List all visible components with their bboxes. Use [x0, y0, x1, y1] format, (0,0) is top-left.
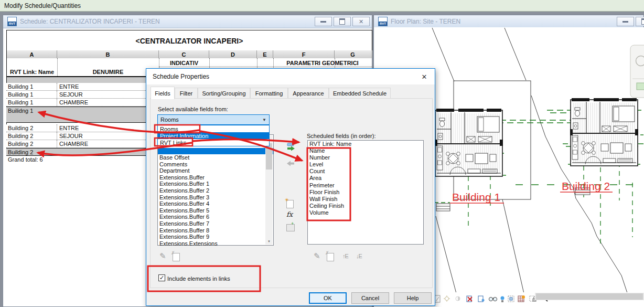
ok-button[interactable]: OK: [309, 292, 347, 304]
edit-scheduled-icon[interactable]: ✎: [314, 251, 320, 261]
scroll-down-icon[interactable]: ▼: [265, 238, 273, 245]
table-row[interactable]: Building 2SEJOUR: [6, 132, 146, 140]
minimize-button[interactable]: [617, 17, 634, 26]
shadows-icon[interactable]: [456, 297, 460, 301]
list-item[interactable]: Extensions.Buffer: [158, 174, 273, 181]
list-item[interactable]: Count: [308, 168, 423, 175]
navigation-bar[interactable]: [630, 45, 644, 98]
column-letter-f[interactable]: F: [273, 50, 335, 58]
column-letter-e[interactable]: E: [257, 50, 273, 58]
group-footer-building2[interactable]: Building 2: [6, 148, 146, 156]
table-row[interactable]: Building 2ENTRE: [6, 124, 146, 132]
delete-parameter-icon[interactable]: ✗: [173, 253, 180, 261]
floorplan-window-titlebar: RVT Floor Plan: Site - TEREN: [374, 15, 643, 28]
restore-button[interactable]: [334, 17, 351, 26]
building2-plan[interactable]: [570, 98, 638, 166]
help-button[interactable]: Help: [394, 292, 432, 304]
scheduled-fields-label: Scheduled fields (in order):: [307, 133, 375, 139]
list-item[interactable]: Volume: [308, 209, 423, 216]
column-letter-a[interactable]: A: [7, 50, 57, 58]
list-item[interactable]: Perimeter: [308, 182, 423, 189]
scroll-thumb[interactable]: [266, 143, 272, 170]
list-item[interactable]: Floor Finish: [308, 189, 423, 196]
tab-embedded-schedule[interactable]: Embedded Schedule: [329, 88, 391, 99]
group-footer-building1[interactable]: Builidng 1: [6, 107, 146, 123]
remove-parameter-button[interactable]: [286, 160, 295, 169]
list-item[interactable]: Wall Finish: [308, 196, 423, 203]
header-denumire: DENUMIRE: [57, 69, 159, 75]
option-rvt-links[interactable]: RVT Links: [158, 139, 269, 146]
column-letter-d[interactable]: D: [209, 50, 257, 58]
list-item[interactable]: Name: [308, 147, 423, 154]
sun-path-icon[interactable]: [444, 295, 450, 302]
tab-appearance[interactable]: Appearance: [288, 88, 329, 99]
close-icon[interactable]: ✕: [420, 72, 428, 81]
list-item[interactable]: Extensions.Buffer 6: [158, 214, 273, 220]
available-fields-from-combobox[interactable]: Rooms ▼: [157, 114, 270, 125]
crop-visibility-icon[interactable]: [478, 296, 485, 302]
scheduled-fields-list[interactable]: RVT Link: Name Name Number Level Count A…: [307, 140, 424, 245]
tab-sorting-grouping[interactable]: Sorting/Grouping: [198, 88, 250, 99]
column-letter-g[interactable]: G: [335, 50, 371, 58]
temporary-hide-icon[interactable]: [501, 297, 505, 303]
column-letter-c[interactable]: C: [159, 50, 209, 58]
list-item[interactable]: Extensions.Buffer 1: [158, 181, 273, 187]
list-item[interactable]: RVT Link: Name: [308, 141, 423, 147]
list-item[interactable]: Department: [158, 167, 273, 174]
new-parameter-button[interactable]: ✳: [286, 200, 294, 208]
include-links-checkbox[interactable]: ✓: [158, 274, 165, 281]
reveal-hidden-icon[interactable]: [489, 297, 497, 301]
list-item[interactable]: Comments: [158, 161, 273, 168]
restore-icon: [339, 18, 345, 25]
table-row[interactable]: Builidng 1CHAMBRE: [6, 99, 146, 107]
restore-button[interactable]: [636, 17, 644, 26]
isolate-icon[interactable]: [508, 296, 514, 302]
available-fields-list[interactable]: Base Offset Comments Department Extensio…: [157, 134, 274, 246]
list-item[interactable]: Area: [308, 175, 423, 182]
list-item[interactable]: Extensions.Buffer 3: [158, 194, 273, 201]
table-row[interactable]: Builidng 1ENTRE: [6, 83, 146, 91]
grand-total-row[interactable]: Grand total: 6: [6, 156, 146, 164]
list-item[interactable]: Extensions.Buffer 2: [158, 187, 273, 194]
cancel-button[interactable]: Cancel: [351, 292, 389, 304]
tab-filter[interactable]: Filter: [175, 88, 198, 99]
available-field-selected-hidden[interactable]: [158, 148, 273, 154]
calculated-value-button[interactable]: fx: [286, 210, 293, 218]
column-letter-b[interactable]: B: [57, 50, 159, 58]
list-item[interactable]: Extensions.Buffer 8: [158, 227, 273, 234]
vertical-scrollbar[interactable]: ▲ ▼: [265, 135, 273, 245]
move-down-icon[interactable]: ↓E: [356, 253, 362, 259]
combine-parameters-button[interactable]: +: [286, 224, 295, 231]
move-up-icon[interactable]: ↑E: [342, 253, 348, 259]
building1-plan[interactable]: [435, 109, 503, 176]
tab-formatting[interactable]: Formatting: [250, 88, 288, 99]
minimize-button[interactable]: [315, 17, 332, 26]
option-rooms[interactable]: Rooms: [158, 125, 269, 132]
tab-fields[interactable]: Fields: [151, 87, 175, 99]
horizontal-scrollbar[interactable]: [535, 293, 644, 300]
list-item[interactable]: Extensions.Extensions: [158, 240, 273, 247]
mode-bar: Modify Schedule/Quantities: [0, 0, 644, 12]
add-parameter-button[interactable]: [286, 142, 295, 153]
option-project-information[interactable]: Project Information: [158, 132, 269, 139]
schedule-title-cell[interactable]: <CENTRALIZATOR INCAPERI>: [6, 30, 372, 51]
list-item[interactable]: Base Offset: [158, 154, 273, 161]
building2-label[interactable]: Building 2: [562, 180, 610, 192]
list-item[interactable]: Extensions.Buffer 7: [158, 220, 273, 227]
close-button[interactable]: ✕: [352, 17, 370, 26]
list-item[interactable]: Number: [308, 154, 423, 161]
zoom-icon[interactable]: [637, 83, 644, 90]
list-item[interactable]: Extensions.Buffer 4: [158, 200, 273, 207]
list-item[interactable]: Level: [308, 161, 423, 168]
render-icon[interactable]: [518, 295, 525, 302]
table-row[interactable]: Building 2CHAMBRE: [6, 140, 146, 148]
crop-view-icon[interactable]: [467, 296, 472, 302]
building1-label[interactable]: Building 1: [452, 191, 500, 203]
scale-icon[interactable]: [435, 295, 440, 302]
list-item[interactable]: Extensions.Buffer 5: [158, 207, 273, 214]
list-item[interactable]: Extensions.Buffer 9: [158, 234, 273, 240]
list-item[interactable]: Ceiling Finish: [308, 203, 423, 209]
table-row[interactable]: Builidng 1SEJOUR: [6, 91, 146, 99]
edit-parameter-icon[interactable]: ✎: [159, 251, 166, 261]
delete-scheduled-icon[interactable]: ✗: [327, 253, 334, 261]
